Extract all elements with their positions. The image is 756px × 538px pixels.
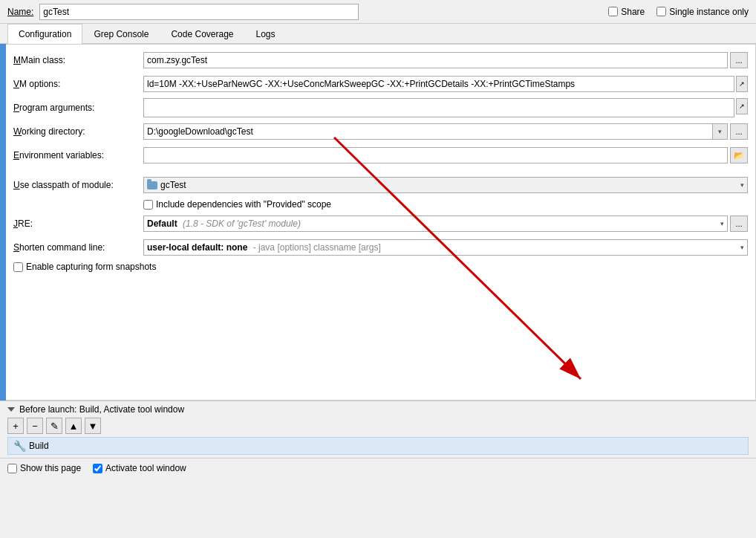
shorten-value: user-local default: none [147, 242, 247, 253]
move-up-button[interactable]: ▲ [65, 418, 82, 434]
enable-capturing-text: Enable capturing form snapshots [26, 262, 156, 272]
main-class-row: MMain class: ... [13, 51, 748, 70]
shorten-container: user-local default: none - java [options… [143, 239, 748, 256]
before-launch-section: Before launch: Build, Activate tool wind… [0, 401, 756, 458]
before-launch-toolbar: + − ✎ ▲ ▼ [7, 418, 749, 434]
program-args-container: ↗ [143, 98, 748, 117]
header-right: Share Single instance only [608, 7, 749, 17]
main-class-label: MMain class: [13, 55, 143, 65]
single-instance-label: Single instance only [669, 7, 749, 17]
expand-triangle-icon[interactable] [7, 407, 15, 412]
tab-configuration[interactable]: Configuration [7, 24, 82, 44]
program-args-label: Program arguments: [13, 103, 143, 113]
module-folder-icon [147, 181, 157, 189]
main-class-input[interactable] [143, 52, 728, 68]
shorten-label: Shorten command line: [13, 242, 143, 253]
program-args-expand-button[interactable]: ↗ [736, 98, 748, 114]
jre-value-detail: (1.8 - SDK of 'gcTest' module) [183, 218, 301, 229]
content-wrapper: MMain class: ... VM options: ↗ Program a… [0, 44, 756, 401]
working-dir-dropdown-button[interactable]: ▾ [713, 123, 728, 140]
before-launch-title: Before launch: Build, Activate tool wind… [19, 404, 184, 415]
working-dir-row: Working directory: ▾ ... [13, 122, 748, 141]
classpath-label: Use classpath of module: [13, 180, 143, 190]
show-page-checkbox[interactable] [7, 464, 17, 473]
show-page-text: Show this page [20, 463, 81, 473]
include-deps-text: Include dependencies with "Provided" sco… [156, 199, 331, 210]
header-bar: Name: Share Single instance only [0, 0, 756, 24]
include-deps-row: Include dependencies with "Provided" sco… [13, 199, 748, 210]
name-label: Name: [7, 7, 33, 17]
include-deps-checkbox[interactable] [143, 200, 153, 210]
tab-grep-console[interactable]: Grep Console [82, 24, 160, 44]
activate-window-text: Activate tool window [105, 463, 186, 473]
jre-container: Default (1.8 - SDK of 'gcTest' module) ▾… [143, 215, 748, 232]
classpath-value: gcTest [160, 180, 186, 190]
working-dir-input[interactable] [143, 123, 713, 140]
program-args-input[interactable] [143, 98, 734, 117]
build-list-item: 🔧 Build [7, 437, 749, 455]
enable-capturing-label[interactable]: Enable capturing form snapshots [13, 262, 156, 272]
program-args-row: Program arguments: ↗ [13, 98, 748, 117]
vm-options-input[interactable] [143, 76, 734, 92]
chevron-down-icon: ▾ [718, 128, 722, 135]
edit-button[interactable]: ✎ [46, 418, 62, 434]
classpath-select[interactable]: gcTest ▾ [143, 177, 748, 193]
remove-button[interactable]: − [27, 418, 43, 434]
enable-capturing-checkbox[interactable] [13, 262, 23, 272]
classpath-row: Use classpath of module: gcTest ▾ [13, 175, 748, 195]
main-class-browse-button[interactable]: ... [730, 52, 748, 68]
jre-select[interactable]: Default (1.8 - SDK of 'gcTest' module) ▾ [143, 215, 728, 232]
env-vars-container: 📂 [143, 147, 748, 163]
jre-label: JRE: [13, 218, 143, 229]
jre-browse-button[interactable]: ... [730, 215, 748, 232]
build-wrench-icon: 🔧 [14, 441, 25, 451]
shorten-detail: - java [options] classname [args] [253, 242, 381, 253]
before-launch-header: Before launch: Build, Activate tool wind… [7, 404, 749, 415]
left-sidebar [0, 44, 6, 401]
working-dir-label: Working directory: [13, 126, 143, 137]
share-checkbox[interactable] [608, 7, 618, 16]
env-vars-row: Environment variables: 📂 [13, 146, 748, 165]
move-down-button[interactable]: ▼ [85, 418, 101, 434]
form-area: MMain class: ... VM options: ↗ Program a… [6, 44, 756, 401]
vm-options-container: ↗ [143, 76, 748, 92]
single-instance-checkbox-label[interactable]: Single instance only [656, 7, 749, 17]
activate-window-checkbox[interactable] [93, 464, 102, 473]
classpath-container: gcTest ▾ [143, 177, 748, 193]
env-vars-label: Environment variables: [13, 150, 143, 161]
working-dir-browse-button[interactable]: ... [730, 123, 748, 140]
tab-logs[interactable]: Logs [245, 24, 287, 44]
jre-dropdown-icon: ▾ [720, 220, 724, 227]
activate-window-label[interactable]: Activate tool window [93, 463, 186, 473]
share-label: Share [621, 7, 645, 17]
shorten-row: Shorten command line: user-local default… [13, 238, 748, 257]
env-vars-input[interactable] [143, 147, 728, 163]
jre-row: JRE: Default (1.8 - SDK of 'gcTest' modu… [13, 214, 748, 233]
jre-value-bold: Default [147, 218, 177, 229]
show-page-label[interactable]: Show this page [7, 463, 81, 473]
classpath-dropdown-icon: ▾ [740, 181, 744, 189]
build-label: Build [29, 441, 49, 451]
folder-icon: 📂 [734, 151, 744, 161]
tab-code-coverage[interactable]: Code Coverage [160, 24, 244, 44]
shorten-select[interactable]: user-local default: none - java [options… [143, 239, 748, 256]
vm-options-row: VM options: ↗ [13, 74, 748, 94]
vm-options-expand-button[interactable]: ↗ [736, 76, 748, 92]
tabs-bar: Configuration Grep Console Code Coverage… [0, 24, 756, 44]
share-checkbox-label[interactable]: Share [608, 7, 645, 17]
enable-capturing-row: Enable capturing form snapshots [13, 262, 748, 272]
vm-options-label: VM options: [13, 79, 143, 89]
single-instance-checkbox[interactable] [656, 7, 666, 16]
working-dir-container: ▾ [143, 123, 728, 140]
shorten-dropdown-icon: ▾ [740, 244, 744, 251]
name-input[interactable] [39, 4, 359, 20]
env-vars-folder-button[interactable]: 📂 [730, 147, 748, 163]
include-deps-label[interactable]: Include dependencies with "Provided" sco… [143, 199, 331, 210]
add-button[interactable]: + [7, 418, 24, 434]
bottom-bar: Show this page Activate tool window [0, 458, 756, 478]
separator-1 [13, 169, 748, 175]
